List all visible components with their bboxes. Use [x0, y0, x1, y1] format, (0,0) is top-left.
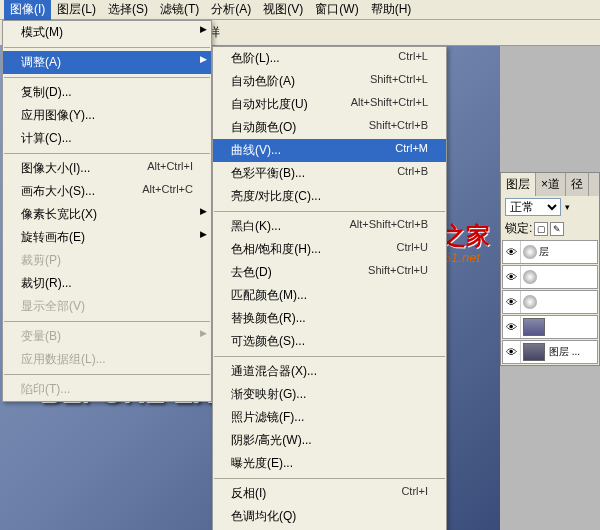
tab-channels[interactable]: ×道 [536, 173, 566, 196]
menu-photo-filter[interactable]: 照片滤镜(F)... [213, 406, 446, 429]
menu-help[interactable]: 帮助(H) [365, 0, 418, 20]
menu-brightness-contrast[interactable]: 亮度/对比度(C)... [213, 185, 446, 208]
menu-analysis[interactable]: 分析(A) [205, 0, 257, 20]
lock-label: 锁定: [505, 220, 532, 237]
visibility-eye-icon[interactable]: 👁 [503, 241, 521, 263]
menu-color-balance[interactable]: 色彩平衡(B)...Ctrl+B [213, 162, 446, 185]
menu-hue-saturation[interactable]: 色相/饱和度(H)...Ctrl+U [213, 238, 446, 261]
menu-auto-color[interactable]: 自动颜色(O)Shift+Ctrl+B [213, 116, 446, 139]
visibility-eye-icon[interactable]: 👁 [503, 316, 521, 338]
menu-apply-image[interactable]: 应用图像(Y)... [3, 104, 211, 127]
menu-select[interactable]: 选择(S) [102, 0, 154, 20]
menu-layer[interactable]: 图层(L) [51, 0, 102, 20]
menu-duplicate[interactable]: 复制(D)... [3, 81, 211, 104]
layer-entry-bg[interactable]: 👁 图层 ... [502, 340, 598, 364]
menu-trim[interactable]: 裁切(R)... [3, 272, 211, 295]
adjustment-layer-icon [523, 295, 537, 309]
menu-window[interactable]: 窗口(W) [309, 0, 364, 20]
menu-curves[interactable]: 曲线(V)...Ctrl+M [213, 139, 446, 162]
layer-name: 层 [537, 245, 549, 259]
menu-replace-color[interactable]: 替换颜色(R)... [213, 307, 446, 330]
lock-paint-icon[interactable]: ✎ [550, 222, 564, 236]
layer-entry-2[interactable]: 👁 [502, 265, 598, 289]
menu-reveal-all: 显示全部(V) [3, 295, 211, 318]
menu-equalize[interactable]: 色调均化(Q) [213, 505, 446, 528]
menu-invert[interactable]: 反相(I)Ctrl+I [213, 482, 446, 505]
menu-gradient-map[interactable]: 渐变映射(G)... [213, 383, 446, 406]
visibility-eye-icon[interactable]: 👁 [503, 341, 521, 363]
menu-rotate-canvas[interactable]: 旋转画布(E)▶ [3, 226, 211, 249]
adjustment-layer-icon [523, 270, 537, 284]
menu-canvas-size[interactable]: 画布大小(S)...Alt+Ctrl+C [3, 180, 211, 203]
blend-mode-select[interactable]: 正常 [505, 198, 561, 216]
image-menu-dropdown: 模式(M)▶ 调整(A)▶ 复制(D)... 应用图像(Y)... 计算(C).… [2, 20, 212, 402]
opacity-dropdown-icon[interactable]: ▾ [565, 202, 570, 212]
lock-transparency-icon[interactable]: ▢ [534, 222, 548, 236]
menu-black-white[interactable]: 黑白(K)...Alt+Shift+Ctrl+B [213, 215, 446, 238]
layer-name-bg: 图层 ... [547, 345, 580, 359]
tab-paths[interactable]: 径 [566, 173, 589, 196]
menu-selective-color[interactable]: 可选颜色(S)... [213, 330, 446, 353]
menu-view[interactable]: 视图(V) [257, 0, 309, 20]
layer-entry-3[interactable]: 👁 [502, 290, 598, 314]
menu-levels[interactable]: 色阶(L)...Ctrl+L [213, 47, 446, 70]
menu-match-color[interactable]: 匹配颜色(M)... [213, 284, 446, 307]
layers-panel: 图层 ×道 径 正常 ▾ 锁定: ▢ ✎ 👁 层 👁 👁 👁 👁 图层 ... [500, 172, 600, 366]
visibility-eye-icon[interactable]: 👁 [503, 291, 521, 313]
menu-variables: 变量(B)▶ [3, 325, 211, 348]
menu-filter[interactable]: 滤镜(T) [154, 0, 205, 20]
menu-auto-contrast[interactable]: 自动对比度(U)Alt+Shift+Ctrl+L [213, 93, 446, 116]
menu-desaturate[interactable]: 去色(D)Shift+Ctrl+U [213, 261, 446, 284]
menu-calculations[interactable]: 计算(C)... [3, 127, 211, 150]
layer-thumb [523, 343, 545, 361]
menubar: 图像(I) 图层(L) 选择(S) 滤镜(T) 分析(A) 视图(V) 窗口(W… [0, 0, 600, 20]
layer-entry-1[interactable]: 👁 层 [502, 240, 598, 264]
menu-exposure[interactable]: 曝光度(E)... [213, 452, 446, 475]
menu-crop: 裁剪(P) [3, 249, 211, 272]
menu-shadow-highlight[interactable]: 阴影/高光(W)... [213, 429, 446, 452]
visibility-eye-icon[interactable]: 👁 [503, 266, 521, 288]
menu-auto-levels[interactable]: 自动色阶(A)Shift+Ctrl+L [213, 70, 446, 93]
tab-layers[interactable]: 图层 [501, 173, 536, 196]
menu-image[interactable]: 图像(I) [4, 0, 51, 20]
menu-pixel-ratio[interactable]: 像素长宽比(X)▶ [3, 203, 211, 226]
menu-apply-dataset: 应用数据组(L)... [3, 348, 211, 371]
menu-adjustments[interactable]: 调整(A)▶ [3, 51, 211, 74]
adjustment-layer-icon [523, 245, 537, 259]
adjustments-submenu: 色阶(L)...Ctrl+L 自动色阶(A)Shift+Ctrl+L 自动对比度… [212, 46, 447, 530]
menu-channel-mixer[interactable]: 通道混合器(X)... [213, 360, 446, 383]
menu-mode[interactable]: 模式(M)▶ [3, 21, 211, 44]
layer-thumb [523, 318, 545, 336]
menu-image-size[interactable]: 图像大小(I)...Alt+Ctrl+I [3, 157, 211, 180]
menu-trap: 陷印(T)... [3, 378, 211, 401]
layer-entry-4[interactable]: 👁 [502, 315, 598, 339]
